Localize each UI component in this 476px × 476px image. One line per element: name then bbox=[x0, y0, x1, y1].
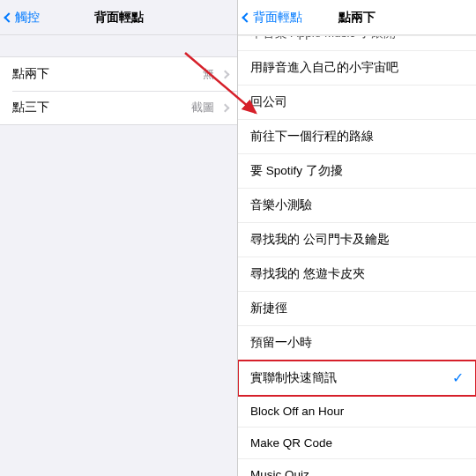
list-item-label: 實聯制快速簡訊 bbox=[250, 370, 337, 386]
row-label: 點兩下 bbox=[12, 66, 49, 82]
back-button-left[interactable]: 觸控 bbox=[5, 10, 40, 26]
list-item[interactable]: Music Quiz bbox=[238, 459, 476, 476]
list-item[interactable]: 尋找我的 悠遊卡皮夾 bbox=[238, 257, 476, 292]
list-item-label: 音樂小測驗 bbox=[250, 197, 312, 213]
list-item[interactable]: 要 Spotify 了勿擾 bbox=[238, 154, 476, 189]
row-label: 點三下 bbox=[12, 100, 49, 115]
list-item[interactable]: 用靜音進入自己的小宇宙吧 bbox=[238, 51, 476, 86]
list-item-label: Block Off an Hour bbox=[250, 405, 344, 418]
list-item-label: 回公司 bbox=[250, 94, 287, 110]
check-icon: ✓ bbox=[452, 369, 464, 386]
row-double-tap[interactable]: 點兩下 無 bbox=[0, 57, 237, 91]
row-triple-tap[interactable]: 點三下 截圖 bbox=[0, 91, 237, 124]
title-right: 點兩下 bbox=[338, 10, 376, 26]
list-item-label: 新捷徑 bbox=[250, 301, 287, 316]
action-list[interactable]: 本音樂 Apple Music 了滾開用靜音進入自己的小宇宙吧回公司前往下一個行… bbox=[238, 35, 476, 476]
list-item[interactable]: 本音樂 Apple Music 了滾開 bbox=[238, 35, 476, 51]
navbar-right: 背面輕點 點兩下 bbox=[238, 0, 476, 35]
list-item-label: 預留一小時 bbox=[250, 335, 312, 351]
list-item[interactable]: 前往下一個行程的路線 bbox=[238, 120, 476, 154]
back-label-left: 觸控 bbox=[15, 10, 40, 26]
list-item-label: 要 Spotify 了勿擾 bbox=[250, 163, 343, 179]
double-tap-action-pane: 背面輕點 點兩下 本音樂 Apple Music 了滾開用靜音進入自己的小宇宙吧… bbox=[238, 0, 476, 476]
title-left: 背面輕點 bbox=[94, 10, 144, 26]
list-item-label: Make QR Code bbox=[250, 436, 332, 450]
list-item[interactable]: 音樂小測驗 bbox=[238, 189, 476, 223]
list-item[interactable]: 尋找我的 公司門卡及鑰匙 bbox=[238, 223, 476, 257]
back-label-right: 背面輕點 bbox=[253, 10, 302, 26]
list-item[interactable]: Make QR Code bbox=[238, 428, 476, 459]
list-item-label: 用靜音進入自己的小宇宙吧 bbox=[250, 60, 398, 76]
chevron-left-icon bbox=[4, 12, 13, 22]
list-item[interactable]: 實聯制快速簡訊✓ bbox=[238, 361, 476, 396]
list-item[interactable]: 新捷徑 bbox=[238, 292, 476, 326]
back-button-right[interactable]: 背面輕點 bbox=[243, 10, 302, 26]
list-item[interactable]: 預留一小時 bbox=[238, 326, 476, 361]
list-item-label: Music Quiz bbox=[250, 468, 309, 476]
list-item-label: 尋找我的 公司門卡及鑰匙 bbox=[250, 232, 390, 248]
list-item[interactable]: Block Off an Hour bbox=[238, 396, 476, 428]
navbar-left: 觸控 背面輕點 bbox=[0, 0, 237, 35]
list-item-label: 本音樂 Apple Music 了滾開 bbox=[250, 35, 396, 41]
list-item-label: 尋找我的 悠遊卡皮夾 bbox=[250, 266, 365, 282]
list-item[interactable]: 回公司 bbox=[238, 86, 476, 120]
options-group: 點兩下 無 點三下 截圖 bbox=[0, 56, 237, 125]
settings-back-tap-pane: 觸控 背面輕點 點兩下 無 點三下 截圖 bbox=[0, 0, 238, 476]
chevron-left-icon bbox=[242, 12, 251, 22]
list-item-label: 前往下一個行程的路線 bbox=[250, 129, 374, 145]
